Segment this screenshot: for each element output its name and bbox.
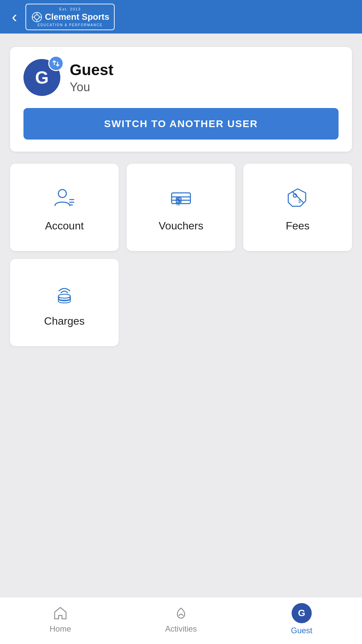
charges-card[interactable]: Charges xyxy=(10,259,119,346)
account-label: Account xyxy=(45,220,84,232)
nav-home[interactable]: Home xyxy=(0,605,121,634)
svg-point-20 xyxy=(293,194,297,197)
logo-name: Clement Sports xyxy=(45,12,109,22)
svg-point-24 xyxy=(58,294,70,298)
svg-point-18 xyxy=(179,200,180,202)
svg-point-6 xyxy=(58,190,66,198)
charges-icon xyxy=(52,281,76,307)
svg-point-1 xyxy=(35,15,39,19)
nav-home-label: Home xyxy=(50,624,71,634)
fees-icon: $ xyxy=(286,186,310,212)
account-icon xyxy=(52,186,76,212)
bottom-nav: Home Activities G Guest xyxy=(0,597,362,644)
account-card[interactable]: Account xyxy=(10,164,119,251)
user-name: Guest xyxy=(70,61,113,79)
back-button[interactable]: ‹ xyxy=(10,7,19,26)
fees-card[interactable]: $ Fees xyxy=(243,164,352,251)
vouchers-label: Vouchers xyxy=(159,220,203,232)
logo-sub: EDUCATION & PERFORMANCE xyxy=(38,23,103,27)
vouchers-card[interactable]: % Vouchers xyxy=(127,164,235,251)
charges-label: Charges xyxy=(44,315,85,327)
logo-est: Est. 2013 xyxy=(59,7,81,11)
activities-icon xyxy=(173,605,189,622)
main-content: G Guest You SWITCH TO ANOTHER USER xyxy=(0,34,362,597)
nav-activities[interactable]: Activities xyxy=(121,605,241,634)
user-info: Guest You xyxy=(70,61,113,94)
header: ‹ Est. 2013 Clement Sports EDU xyxy=(0,0,362,34)
fees-label: Fees xyxy=(286,220,309,232)
switch-user-button[interactable]: SWITCH TO ANOTHER USER xyxy=(23,108,339,140)
svg-text:$: $ xyxy=(298,199,301,204)
logo-icon xyxy=(31,11,43,23)
logo-box: Est. 2013 Clement Sports EDUCATION & PER… xyxy=(25,4,115,30)
grid-row-1: Account % Vouchers xyxy=(10,164,352,251)
switch-icon xyxy=(48,56,64,71)
home-icon xyxy=(52,605,69,622)
logo: Est. 2013 Clement Sports EDUCATION & PER… xyxy=(25,4,115,30)
nav-guest[interactable]: G Guest xyxy=(241,603,362,635)
nav-guest-avatar: G xyxy=(292,603,312,623)
nav-guest-label: Guest xyxy=(291,626,312,635)
svg-point-17 xyxy=(177,199,179,200)
user-you: You xyxy=(70,80,113,94)
avatar-wrapper: G xyxy=(23,59,60,96)
user-card: G Guest You SWITCH TO ANOTHER USER xyxy=(10,47,352,152)
grid-row-2: Charges xyxy=(10,259,352,346)
nav-activities-label: Activities xyxy=(165,624,197,634)
vouchers-icon: % xyxy=(169,186,193,212)
